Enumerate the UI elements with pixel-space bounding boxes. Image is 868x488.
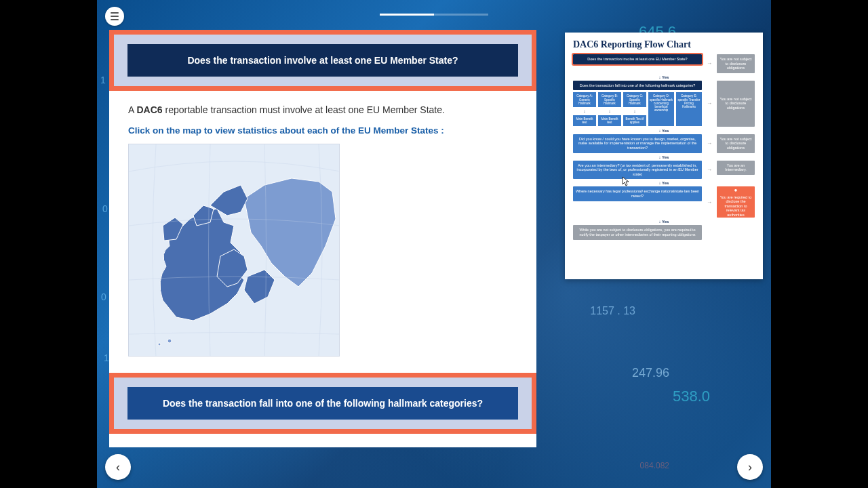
flow-not-subject: You are not subject to disclosure obliga… (717, 54, 755, 73)
body-paragraph: A DAC6 reportable transaction must invol… (109, 91, 536, 123)
question-1-text: Does the transaction involve at least on… (127, 44, 518, 77)
flow-step-4: Are you an intermediary? (or tax residen… (573, 161, 702, 180)
bg-number: 0 (102, 203, 108, 214)
map-container (109, 144, 536, 373)
flow-yes: Yes (573, 155, 755, 159)
next-button[interactable]: › (737, 454, 763, 480)
question-2-text: Does the transaction fall into one of th… (127, 387, 518, 420)
bg-number: 538.0 (673, 388, 710, 405)
bg-number: 1 (104, 352, 109, 363)
flow-cat: Category A: Generic Hallmark (573, 92, 596, 107)
progress-seg (434, 14, 461, 16)
bg-number: 1157 . 13 (590, 305, 635, 317)
progress-seg (461, 14, 488, 16)
bg-number: 1 (100, 75, 106, 85)
arrow-right-icon: → (706, 81, 713, 127)
flow-cat: Category B: Specific Hallmark (598, 92, 621, 107)
arrow-right-icon: → (706, 134, 713, 153)
flow-step-6: While you are not subject to disclosure … (573, 225, 702, 239)
flow-step-1: Does the transaction involve at least on… (573, 54, 702, 64)
menu-button[interactable] (105, 7, 124, 26)
flow-cat-sub: Benefit Test if applies (623, 115, 646, 126)
chevron-right-icon: › (748, 460, 752, 474)
eu-map[interactable] (128, 144, 340, 357)
flow-yes: Yes (573, 75, 755, 79)
flow-not-subject: You are not subject to disclosure obliga… (717, 81, 755, 127)
flowchart-card: DAC6 Reporting Flow Chart Does the trans… (565, 33, 763, 279)
flow-yes: Yes (573, 220, 755, 224)
flow-step-2: Does the transaction fall into one of th… (573, 81, 702, 91)
arrow-right-icon: → (706, 54, 713, 73)
question-block-1: Does the transaction involve at least on… (109, 30, 536, 91)
flow-categories: Category A: Generic Hallmark ↓ Main Bene… (573, 92, 702, 126)
flow-step-5: Where necessary has legal professional/ … (573, 186, 702, 201)
flow-yes: Yes (573, 129, 755, 133)
prev-button[interactable]: ‹ (105, 454, 131, 480)
svg-point-2 (158, 343, 161, 346)
europe-map-icon (129, 144, 340, 357)
progress-seg (407, 14, 434, 16)
stage: 645.6 1157 . 13 247.96 538.0 1 0 0 1 084… (97, 0, 771, 488)
flow-cat: Category E: specific Transfer Pricing Ha… (676, 92, 702, 126)
bg-number: 0 (101, 291, 106, 302)
flow-step-3: Did you know / could you have known you … (573, 134, 702, 153)
progress-indicator (380, 14, 488, 16)
map-instruction: Click on the map to view statistics abou… (109, 123, 536, 144)
arrow-right-icon: → (706, 161, 713, 180)
content-card[interactable]: Does the transaction involve at least on… (109, 30, 536, 447)
bg-number: 247.96 (632, 366, 669, 380)
hamburger-icon (111, 12, 119, 14)
question-block-2: Does the transaction fall into one of th… (109, 373, 536, 434)
bg-number: 084.082 (640, 461, 669, 470)
flow-cat: Category C: Specific Hallmark (623, 92, 646, 107)
arrow-right-icon: → (706, 186, 713, 218)
flow-not-subject: You are not subject to disclosure obliga… (717, 134, 755, 153)
flow-final-orange: ●You are required to disclose the transa… (717, 186, 755, 218)
flowchart-title: DAC6 Reporting Flow Chart (573, 39, 755, 50)
flow-cat: Category D: specific Hallmark concerning… (648, 92, 674, 126)
chevron-left-icon: ‹ (116, 460, 120, 474)
cursor-icon (621, 176, 632, 187)
svg-point-1 (167, 339, 172, 343)
flow-yes: Yes (573, 181, 755, 185)
flow-cat-sub: Main Benefit test (598, 115, 621, 126)
flow-intermediary: You are an Intermediary. (717, 161, 755, 175)
flow-cat-sub: Main Benefit test (573, 115, 596, 126)
progress-seg (380, 14, 407, 16)
